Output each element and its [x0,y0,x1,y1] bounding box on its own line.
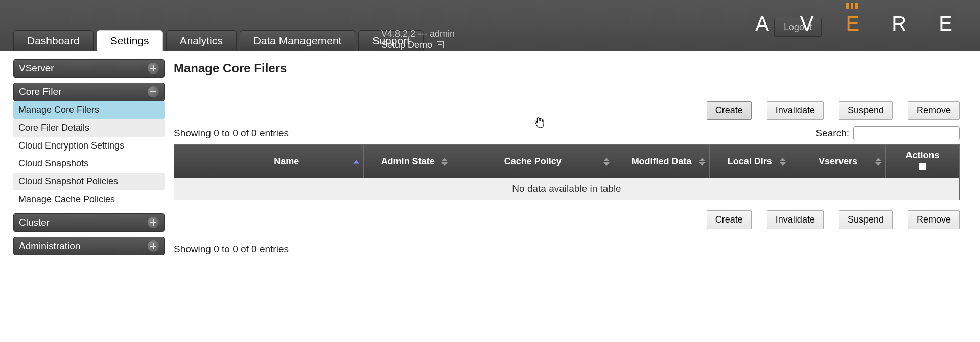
search-input[interactable] [853,126,960,140]
col-vservers[interactable]: Vservers [790,145,885,179]
sidebar-section-administration[interactable]: Administration [13,237,165,255]
col-label: Admin State [381,156,435,166]
col-label: Local Dirs [728,156,772,166]
remove-button[interactable]: Remove [908,101,960,120]
logo: A V E R E [755,12,966,35]
sidebar-item-cloud-encryption-settings[interactable]: Cloud Encryption Settings [13,137,165,155]
showing-entries-top: Showing 0 to 0 of 0 entries [174,128,289,139]
col-label: Modified Data [632,156,692,166]
suspend-button-bottom[interactable]: Suspend [839,210,893,229]
sidebar-section-label: Administration [19,240,80,252]
sidebar-section-label: Core Filer [19,86,61,97]
invalidate-button-bottom[interactable]: Invalidate [767,210,824,229]
create-button-bottom[interactable]: Create [707,210,752,229]
tab-analytics[interactable]: Analytics [166,30,237,51]
tab-dashboard[interactable]: Dashboard [13,30,94,51]
tab-data-management[interactable]: Data Management [240,30,356,51]
col-actions[interactable]: Actions [886,145,960,179]
col-label: Cache Policy [504,156,562,166]
sidebar-item-cloud-snapshots[interactable]: Cloud Snapshots [13,155,165,173]
remove-button-bottom[interactable]: Remove [908,210,960,229]
toolbar-top: Create Invalidate Suspend Remove [174,101,960,120]
search-label: Search: [816,128,849,139]
create-button[interactable]: Create [707,101,752,120]
main-tabs: Dashboard Settings Analytics Data Manage… [13,30,424,51]
col-cache-policy[interactable]: Cache Policy [452,145,614,179]
page-title: Manage Core Filers [174,61,960,76]
content: Manage Core Filers Create Invalidate Sus… [174,59,980,260]
toolbar-bottom: Create Invalidate Suspend Remove [174,210,960,229]
top-banner: Logout A V E R E Dashboard Settings Anal… [0,0,980,51]
version-text: V4.8.2.2 --- admin [381,29,455,40]
sidebar-section-cluster[interactable]: Cluster [13,213,165,232]
col-blank [174,145,209,179]
col-modified-data[interactable]: Modified Data [614,145,709,179]
setup-link[interactable]: Setup Demo [381,40,432,50]
sidebar: VServer Core Filer Manage Core Filers Co… [13,59,165,260]
col-local-dirs[interactable]: Local Dirs [709,145,790,179]
col-label: Actions [906,150,940,160]
sidebar-item-manage-core-filers[interactable]: Manage Core Filers [13,101,165,119]
tab-settings[interactable]: Settings [97,30,163,51]
sidebar-section-label: Cluster [19,217,50,228]
sidebar-item-core-filer-details[interactable]: Core Filer Details [13,119,165,137]
sidebar-item-manage-cache-policies[interactable]: Manage Cache Policies [13,190,165,208]
version-block: V4.8.2.2 --- admin Setup Demo [381,29,455,51]
invalidate-button[interactable]: Invalidate [767,101,824,120]
document-icon [437,41,444,48]
empty-row: No data available in table [174,178,960,200]
sidebar-section-vserver[interactable]: VServer [13,59,165,78]
col-name[interactable]: Name [209,145,364,179]
expand-icon [148,63,159,74]
expand-icon [148,217,159,228]
col-label: Name [274,156,299,166]
suspend-button[interactable]: Suspend [839,101,893,120]
sidebar-section-label: VServer [19,63,54,74]
showing-entries-bottom: Showing 0 to 0 of 0 entries [174,243,960,255]
core-filers-table: Name Admin State Cache Policy Modified D… [174,144,960,200]
select-all-checkbox[interactable] [919,163,926,170]
col-admin-state[interactable]: Admin State [364,145,452,179]
expand-icon [148,240,159,252]
col-label: Vservers [819,156,857,166]
sidebar-item-cloud-snapshot-policies[interactable]: Cloud Snapshot Policies [13,173,165,190]
collapse-icon [148,86,159,97]
sidebar-section-core-filer[interactable]: Core Filer [13,83,165,101]
